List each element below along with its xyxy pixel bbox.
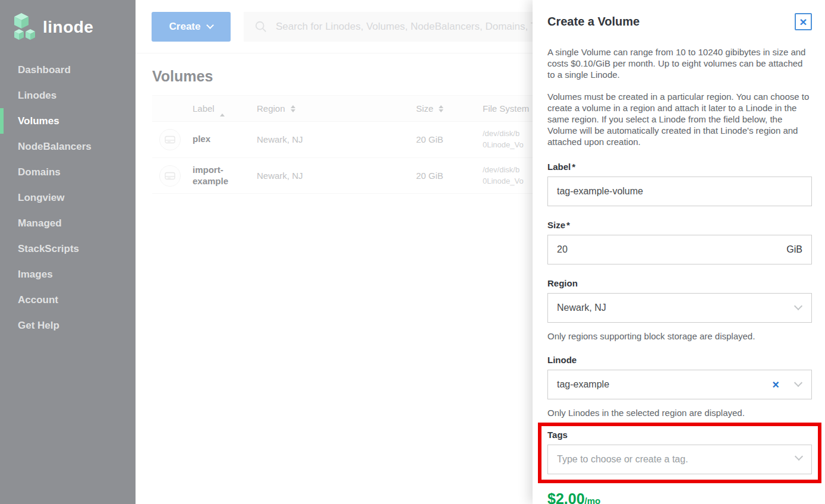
label-field-label: Label*: [547, 162, 812, 172]
chevron-down-icon[interactable]: [794, 379, 802, 387]
clear-selection-icon[interactable]: ×: [772, 379, 779, 390]
price-period: /mo: [585, 496, 601, 504]
close-icon: ×: [799, 15, 807, 28]
annotation-highlight: Tags: [538, 423, 821, 483]
field-label-text: Size: [547, 220, 565, 230]
region-field-label: Region: [547, 278, 812, 288]
region-helper-text: Only regions supporting block storage ar…: [547, 331, 812, 341]
drawer-description-1: A single Volume can range from 10 to 102…: [547, 46, 812, 81]
chevron-down-icon[interactable]: [794, 302, 802, 310]
size-field-group: Size* GiB: [547, 220, 812, 264]
size-input[interactable]: [547, 235, 812, 264]
label-field-group: Label*: [547, 162, 812, 206]
create-volume-drawer: Create a Volume × A single Volume can ra…: [533, 0, 825, 504]
drawer-title: Create a Volume: [547, 13, 640, 29]
linode-helper-text: Only Linodes in the selected region are …: [547, 408, 812, 418]
price-amount: $2.00: [547, 490, 585, 504]
region-select[interactable]: Newark, NJ: [547, 293, 812, 323]
required-mark: *: [566, 220, 570, 230]
close-button[interactable]: ×: [795, 13, 812, 30]
tags-field-label: Tags: [547, 430, 812, 440]
drawer-header: Create a Volume ×: [547, 13, 812, 30]
price-display: $2.00/mo: [547, 490, 812, 504]
linode-field-label: Linode: [547, 355, 812, 365]
drawer-backdrop[interactable]: [0, 0, 533, 504]
tags-input[interactable]: [547, 445, 812, 474]
required-mark: *: [572, 162, 575, 172]
drawer-description-2: Volumes must be created in a particular …: [547, 91, 812, 148]
screen: linode Dashboard Linodes Volumes NodeBal…: [0, 0, 825, 504]
field-label-text: Label: [547, 162, 571, 172]
linode-select-value: tag-example: [557, 379, 772, 390]
region-field-group: Region Newark, NJ Only regions supportin…: [547, 278, 812, 341]
linode-field-group: Linode tag-example × Only Linodes in the…: [547, 355, 812, 418]
region-select-value: Newark, NJ: [557, 303, 795, 313]
linode-select[interactable]: tag-example ×: [547, 370, 812, 399]
size-unit-suffix: GiB: [786, 244, 802, 255]
label-input[interactable]: [547, 177, 812, 206]
size-field-label: Size*: [547, 220, 812, 230]
